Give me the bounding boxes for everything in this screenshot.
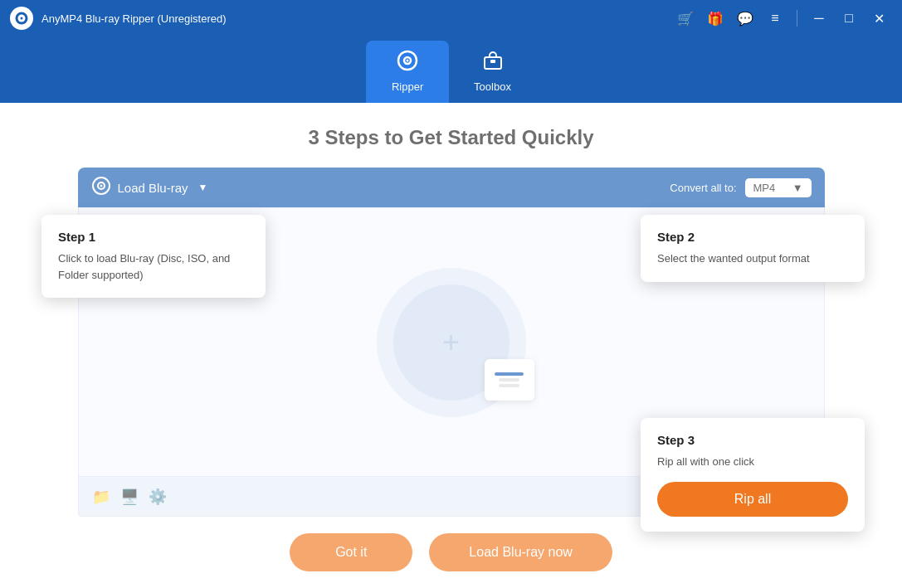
rip-all-button[interactable]: Rip all [657, 482, 848, 517]
window-controls: 🛒 🎁 💬 ≡ ─ □ ✕ [672, 7, 892, 30]
disc-icon [91, 176, 111, 200]
step1-title: Step 1 [58, 230, 249, 244]
app-title: AnyMP4 Blu-ray Ripper (Unregistered) [41, 12, 227, 25]
svg-rect-7 [490, 60, 495, 63]
nav-tabs: Ripper Toolbox [0, 36, 902, 103]
chat-icon[interactable]: 💬 [732, 7, 758, 30]
svg-point-10 [100, 184, 102, 187]
ripper-label: Ripper [392, 80, 423, 93]
svg-point-2 [21, 17, 23, 20]
got-it-button[interactable]: Got it [290, 533, 412, 571]
monitor-icon: 🖥️ [120, 488, 139, 506]
step3-title: Step 3 [657, 433, 848, 447]
step3-desc: Rip all with one click [657, 454, 848, 470]
dropdown-chevron: ▼ [198, 182, 208, 193]
step1-desc: Click to load Blu-ray (Disc, ISO, and Fo… [58, 250, 249, 283]
ripper-icon [396, 49, 419, 77]
close-icon[interactable]: ✕ [865, 7, 892, 30]
settings-icon[interactable]: ⚙️ [149, 488, 167, 506]
drop-card [485, 359, 534, 401]
format-chevron: ▼ [792, 182, 803, 194]
title-bar: AnyMP4 Blu-ray Ripper (Unregistered) 🛒 🎁… [0, 0, 902, 36]
drop-card-line-3 [499, 384, 519, 387]
drop-circle: + [377, 268, 526, 417]
main-content: 3 Steps to Get Started Quickly Load Blu-… [0, 103, 902, 588]
step2-title: Step 2 [657, 230, 848, 244]
drop-card-line-2 [499, 378, 519, 381]
format-value: MP4 [753, 182, 776, 194]
tab-toolbox[interactable]: Toolbox [449, 41, 536, 103]
action-buttons: Got it Load Blu-ray now [290, 533, 612, 571]
minimize-icon[interactable]: ─ [806, 7, 832, 30]
drop-plus-icon: + [442, 328, 460, 357]
volume-icon: 📁 [92, 488, 110, 506]
load-bluray-now-button[interactable]: Load Blu-ray now [429, 533, 612, 571]
toolbar: Load Blu-ray ▼ Convert all to: MP4 ▼ [78, 168, 825, 207]
step2-tooltip: Step 2 Select the wanted output format [641, 215, 865, 282]
toolbox-icon [481, 49, 505, 77]
step2-desc: Select the wanted output format [657, 250, 848, 267]
menu-icon[interactable]: ≡ [762, 7, 788, 30]
gift-icon[interactable]: 🎁 [702, 7, 729, 30]
load-bluray-button[interactable]: Load Blu-ray ▼ [91, 176, 208, 200]
drop-card-line-1 [495, 372, 524, 376]
svg-point-5 [407, 60, 409, 62]
step1-tooltip: Step 1 Click to load Blu-ray (Disc, ISO,… [41, 215, 266, 298]
tab-ripper[interactable]: Ripper [366, 41, 449, 103]
cart-icon[interactable]: 🛒 [672, 7, 699, 30]
separator [797, 10, 797, 27]
step3-tooltip: Step 3 Rip all with one click Rip all [641, 418, 865, 532]
toolbox-label: Toolbox [474, 80, 511, 93]
convert-area: Convert all to: MP4 ▼ [670, 178, 811, 197]
app-logo [10, 7, 33, 30]
page-heading: 3 Steps to Get Started Quickly [308, 126, 593, 149]
load-bluray-label: Load Blu-ray [118, 181, 188, 195]
format-dropdown[interactable]: MP4 ▼ [745, 178, 812, 197]
convert-all-to-label: Convert all to: [670, 182, 736, 194]
maximize-icon[interactable]: □ [836, 7, 862, 30]
